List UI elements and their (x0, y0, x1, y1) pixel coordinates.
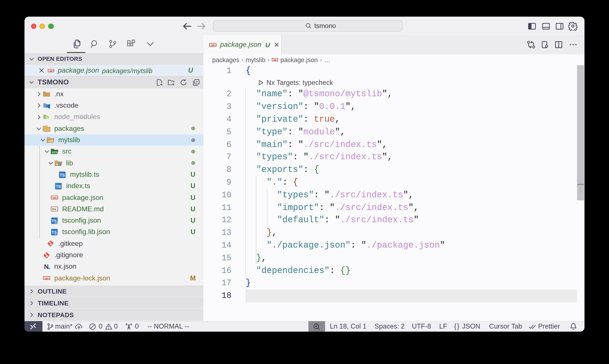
svg-text:JS: JS (46, 116, 49, 119)
svg-text:TS: TS (56, 184, 61, 189)
svg-text:N: N (44, 263, 49, 270)
svg-text:</>: </> (52, 151, 57, 155)
svg-text:TS: TS (60, 173, 65, 177)
svg-text:M: M (52, 208, 54, 211)
